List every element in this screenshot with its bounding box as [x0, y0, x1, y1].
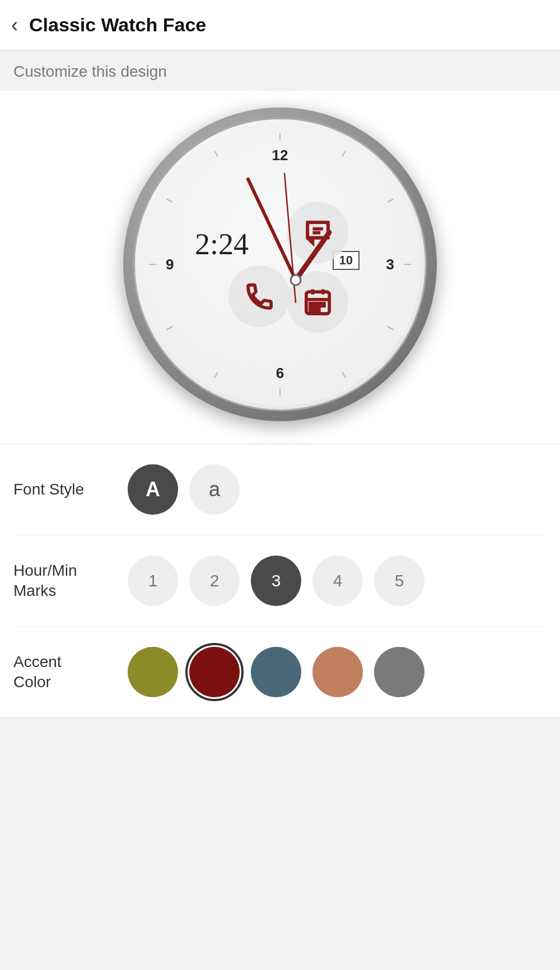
svg-line-25	[166, 199, 172, 202]
mark-option-4[interactable]: 4	[312, 556, 363, 606]
svg-line-22	[214, 372, 218, 377]
font-style-choices: A a	[128, 464, 240, 515]
hour-min-marks-row: Hour/MinMarks 1 2 3 4 5	[13, 535, 547, 627]
font-style-label: Font Style	[13, 479, 114, 500]
font-style-sans[interactable]: a	[189, 464, 240, 515]
clock-preview: 12 3 6 9 2:24 10	[0, 91, 560, 444]
accent-color-choices	[128, 647, 424, 697]
accent-color-gray[interactable]	[374, 647, 424, 697]
mark-option-2[interactable]: 2	[189, 556, 240, 606]
options-section: Font Style A a Hour/MinMarks 1 2 3 4 5 A…	[0, 444, 560, 718]
mark-option-3[interactable]: 3	[251, 556, 301, 606]
bottom-area	[0, 718, 560, 970]
mark-option-5[interactable]: 5	[374, 556, 424, 606]
svg-line-16	[342, 151, 346, 156]
svg-line-26	[214, 151, 218, 156]
page-title: Classic Watch Face	[29, 14, 206, 36]
mark-option-1[interactable]: 1	[128, 556, 178, 606]
accent-color-olive[interactable]	[128, 647, 178, 697]
accent-color-label: AccentColor	[13, 652, 114, 693]
subtitle-bar: Customize this design	[0, 50, 560, 91]
accent-color-darkred[interactable]	[189, 647, 240, 697]
svg-line-17	[388, 199, 393, 202]
font-style-row: Font Style A a	[13, 444, 547, 535]
hour-min-marks-label: Hour/MinMarks	[13, 561, 114, 601]
clock-ticks-svg	[139, 123, 421, 405]
accent-color-slate[interactable]	[251, 647, 301, 697]
accent-color-copper[interactable]	[312, 647, 363, 697]
clock-face-wrapper: 12 3 6 9 2:24 10	[123, 108, 437, 421]
clock-face: 12 3 6 9 2:24 10	[139, 123, 421, 405]
font-style-serif[interactable]: A	[128, 464, 178, 515]
svg-line-19	[388, 327, 393, 330]
subtitle-text: Customize this design	[13, 63, 167, 80]
svg-line-23	[166, 327, 172, 330]
svg-line-20	[342, 372, 346, 377]
accent-color-row: AccentColor	[13, 627, 547, 717]
hour-min-marks-choices: 1 2 3 4 5	[128, 556, 424, 606]
back-button[interactable]: ‹	[11, 15, 18, 35]
header: ‹ Classic Watch Face	[0, 0, 560, 50]
